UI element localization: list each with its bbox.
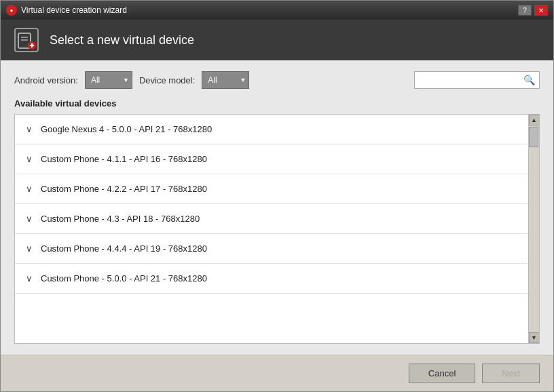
scroll-track[interactable] [529, 125, 539, 332]
scroll-up-button[interactable]: ▲ [529, 115, 540, 125]
wizard-window: ● Virtual device creation wizard ? ✕ Sel… [0, 0, 554, 392]
svg-text:●: ● [10, 7, 14, 14]
help-button[interactable]: ? [518, 5, 532, 16]
device-model-label: Device model: [139, 75, 195, 85]
chevron-down-icon [26, 125, 33, 134]
list-item[interactable]: Custom Phone - 4.3 - API 18 - 768x1280 [15, 204, 528, 234]
footer: Cancel Next [1, 355, 553, 391]
chevron-down-icon [26, 244, 33, 253]
header-icon [14, 28, 39, 52]
next-button[interactable]: Next [482, 364, 540, 383]
device-name: Custom Phone - 4.3 - API 18 - 768x1280 [41, 214, 200, 224]
header-bar: Select a new virtual device [1, 20, 553, 60]
scroll-thumb[interactable] [529, 127, 538, 147]
android-version-select[interactable]: All [85, 71, 132, 89]
device-name: Google Nexus 4 - 5.0.0 - API 21 - 768x12… [41, 124, 212, 134]
cancel-button[interactable]: Cancel [409, 364, 475, 383]
device-list-container: Google Nexus 4 - 5.0.0 - API 21 - 768x12… [14, 114, 540, 344]
window-title: Virtual device creation wizard [21, 5, 514, 15]
search-input[interactable] [419, 75, 521, 85]
scrollbar[interactable]: ▲ ▼ [528, 115, 539, 343]
filter-row: Android version: All Device model: All 🔍 [14, 71, 540, 89]
android-version-label: Android version: [14, 75, 78, 85]
list-item[interactable]: Custom Phone - 4.2.2 - API 17 - 768x1280 [15, 174, 528, 204]
close-button[interactable]: ✕ [534, 5, 548, 16]
list-item[interactable]: Custom Phone - 5.0.0 - API 21 - 768x1280 [15, 264, 528, 294]
chevron-down-icon [26, 155, 33, 163]
android-version-select-wrapper[interactable]: All [85, 71, 132, 89]
device-list[interactable]: Google Nexus 4 - 5.0.0 - API 21 - 768x12… [15, 115, 528, 343]
window-controls: ? ✕ [518, 5, 548, 16]
search-icon: 🔍 [523, 75, 535, 85]
section-title: Available virtual devices [14, 98, 540, 109]
chevron-down-icon [26, 214, 33, 223]
device-name: Custom Phone - 4.4.4 - API 19 - 768x1280 [41, 243, 207, 254]
content-area: Android version: All Device model: All 🔍… [1, 60, 553, 355]
scroll-down-button[interactable]: ▼ [529, 332, 540, 343]
list-item[interactable]: Custom Phone - 4.4.4 - API 19 - 768x1280 [15, 234, 528, 264]
title-bar: ● Virtual device creation wizard ? ✕ [1, 1, 553, 20]
search-box[interactable]: 🔍 [414, 71, 540, 89]
page-title: Select a new virtual device [50, 33, 194, 47]
app-icon: ● [6, 5, 17, 16]
chevron-down-icon [26, 184, 33, 193]
device-model-select-wrapper[interactable]: All [202, 71, 249, 89]
list-item[interactable]: Custom Phone - 4.1.1 - API 16 - 768x1280 [15, 144, 528, 174]
device-name: Custom Phone - 4.2.2 - API 17 - 768x1280 [41, 184, 207, 194]
device-name: Custom Phone - 4.1.1 - API 16 - 768x1280 [41, 154, 207, 164]
list-item[interactable]: Google Nexus 4 - 5.0.0 - API 21 - 768x12… [15, 115, 528, 144]
device-name: Custom Phone - 5.0.0 - API 21 - 768x1280 [41, 273, 207, 283]
chevron-down-icon [26, 274, 33, 283]
device-model-select[interactable]: All [202, 71, 249, 89]
